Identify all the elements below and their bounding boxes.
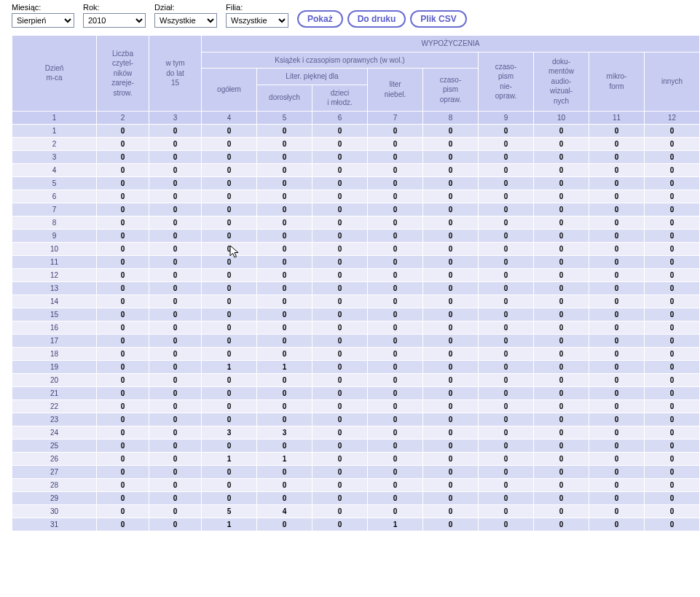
value-cell: 0 [312, 216, 368, 229]
filter-dept: Dział: Wszystkie [154, 3, 217, 28]
value-cell: 0 [534, 216, 589, 229]
value-cell: 0 [312, 373, 368, 386]
day-cell: 10 [12, 242, 97, 255]
branch-label: Filia: [226, 3, 288, 12]
month-select[interactable]: Sierpień [12, 13, 74, 28]
csv-button[interactable]: Plik CSV [410, 10, 466, 28]
value-cell: 0 [312, 399, 368, 413]
value-cell: 0 [312, 426, 368, 439]
value-cell: 0 [149, 294, 202, 308]
table-row: 2800000000000 [12, 478, 700, 491]
value-cell: 0 [534, 163, 589, 176]
value-cell: 0 [202, 347, 257, 360]
value-cell: 0 [368, 150, 423, 163]
value-cell: 0 [202, 216, 257, 229]
day-cell: 26 [12, 452, 97, 465]
table-row: 2600110000000 [12, 452, 700, 465]
col-children: dziecii młodz. [312, 85, 368, 111]
value-cell: 0 [202, 399, 257, 413]
column-index: 3 [149, 111, 202, 124]
value-cell: 0 [645, 399, 700, 413]
value-cell: 0 [534, 478, 589, 491]
value-cell: 0 [645, 216, 700, 229]
value-cell: 0 [312, 360, 368, 373]
table-row: 2700000000000 [12, 465, 700, 478]
value-cell: 0 [645, 518, 700, 531]
value-cell: 0 [149, 439, 202, 452]
col-audiovisual: doku-mentówaudio-wizual-nych [534, 52, 589, 111]
table-row: 900000000000 [12, 229, 700, 242]
column-index: 4 [202, 111, 257, 124]
filter-year: Rok: 2010 [83, 3, 146, 28]
table-row: 1000000000000 [12, 242, 700, 255]
value-cell: 0 [589, 399, 645, 413]
table-row: 2400330000000 [12, 426, 700, 439]
value-cell: 0 [368, 491, 423, 504]
value-cell: 0 [368, 347, 423, 360]
value-cell: 0 [423, 308, 479, 321]
value-cell: 0 [534, 452, 589, 465]
table-row: 700000000000 [12, 203, 700, 216]
value-cell: 0 [97, 518, 149, 531]
value-cell: 0 [312, 176, 368, 190]
value-cell: 0 [589, 373, 645, 386]
value-cell: 0 [149, 216, 202, 229]
value-cell: 0 [257, 216, 312, 229]
value-cell: 0 [534, 124, 589, 137]
table-row: 2900000000000 [12, 491, 700, 504]
value-cell: 0 [97, 386, 149, 399]
value-cell: 0 [589, 413, 645, 426]
value-cell: 0 [149, 308, 202, 321]
col-adults: dorosłych [257, 85, 312, 111]
value-cell: 0 [645, 373, 700, 386]
value-cell: 0 [149, 150, 202, 163]
value-cell: 0 [534, 491, 589, 504]
value-cell: 0 [97, 294, 149, 308]
day-cell: 30 [12, 504, 97, 518]
value-cell: 0 [479, 124, 534, 137]
value-cell: 0 [589, 190, 645, 203]
value-cell: 0 [202, 373, 257, 386]
value-cell: 0 [149, 229, 202, 242]
value-cell: 0 [368, 439, 423, 452]
value-cell: 0 [479, 426, 534, 439]
table-row: 1400000000000 [12, 294, 700, 308]
value-cell: 0 [589, 255, 645, 268]
value-cell: 0 [423, 518, 479, 531]
value-cell: 0 [368, 203, 423, 216]
value-cell: 0 [312, 321, 368, 334]
year-select[interactable]: 2010 [83, 13, 146, 28]
day-cell: 7 [12, 203, 97, 216]
value-cell: 0 [312, 504, 368, 518]
value-cell: 0 [257, 308, 312, 321]
col-readers: Liczbaczytel-nikówzareje-strow. [97, 36, 149, 112]
print-button[interactable]: Do druku [347, 10, 406, 28]
value-cell: 0 [423, 216, 479, 229]
value-cell: 0 [97, 478, 149, 491]
value-cell: 0 [479, 242, 534, 255]
value-cell: 0 [97, 504, 149, 518]
column-index: 1 [12, 111, 97, 124]
value-cell: 0 [479, 203, 534, 216]
value-cell: 0 [257, 229, 312, 242]
value-cell: 0 [149, 281, 202, 294]
value-cell: 0 [534, 504, 589, 518]
value-cell: 0 [97, 242, 149, 255]
value-cell: 0 [97, 190, 149, 203]
branch-select[interactable]: Wszystkie [226, 13, 288, 28]
value-cell: 0 [645, 439, 700, 452]
value-cell: 0 [589, 137, 645, 150]
value-cell: 0 [479, 255, 534, 268]
value-cell: 0 [589, 518, 645, 531]
day-cell: 4 [12, 163, 97, 176]
value-cell: 0 [589, 294, 645, 308]
col-periodicals-unbound: czaso-pismnie-opraw. [479, 52, 534, 111]
value-cell: 0 [479, 150, 534, 163]
value-cell: 0 [97, 413, 149, 426]
show-button[interactable]: Pokaż [297, 10, 343, 28]
value-cell: 0 [589, 176, 645, 190]
value-cell: 0 [312, 413, 368, 426]
value-cell: 0 [589, 478, 645, 491]
value-cell: 0 [149, 242, 202, 255]
dept-select[interactable]: Wszystkie [154, 13, 217, 28]
